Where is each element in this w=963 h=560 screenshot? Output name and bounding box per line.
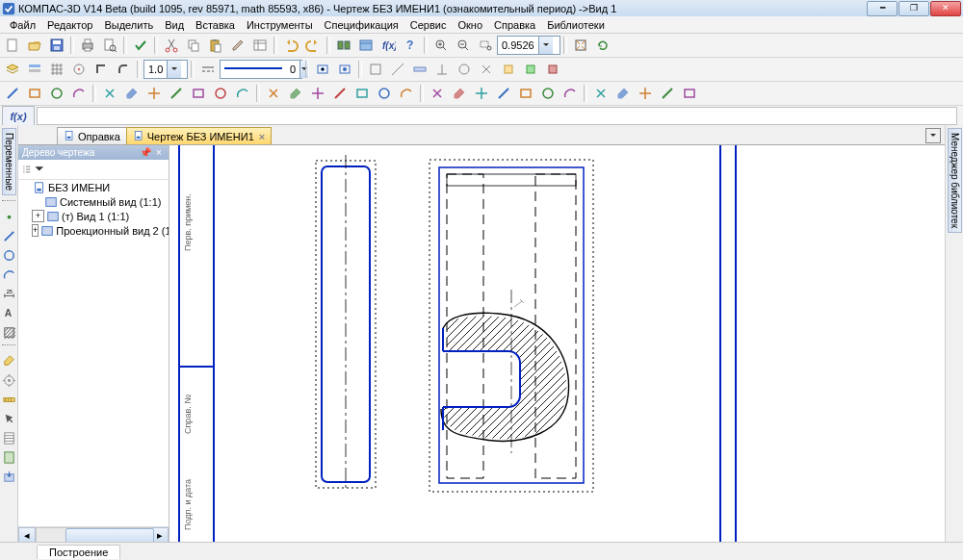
fit-button[interactable] <box>570 35 591 56</box>
menu-view[interactable]: Вид <box>159 18 190 32</box>
geom-tool-31[interactable] <box>635 83 656 104</box>
minimize-button[interactable]: ━ <box>867 1 898 16</box>
geom-tool-30[interactable] <box>612 83 634 104</box>
tb-3[interactable] <box>409 59 430 80</box>
geom-tool-5[interactable] <box>99 83 120 104</box>
refresh-button[interactable] <box>592 35 613 56</box>
menu-libs[interactable]: Библиотеки <box>541 18 611 32</box>
svg-rect-50 <box>357 89 367 97</box>
zoom-out-button[interactable] <box>453 35 474 56</box>
tb-5[interactable] <box>454 59 475 80</box>
chevron-down-icon[interactable] <box>538 37 553 54</box>
menu-service[interactable]: Сервис <box>404 18 453 32</box>
fitsel-button[interactable] <box>334 59 355 80</box>
menu-window[interactable]: Окно <box>452 18 488 32</box>
undo-button[interactable] <box>280 35 301 56</box>
geom-tool-6[interactable] <box>121 83 143 104</box>
geom-tool-3[interactable] <box>68 83 90 104</box>
zoom-window-button[interactable] <box>475 35 496 56</box>
check-button[interactable] <box>130 35 151 56</box>
cut-button[interactable] <box>161 35 182 56</box>
menu-spec[interactable]: Спецификация <box>319 18 404 32</box>
geom-tool-17[interactable] <box>351 83 373 104</box>
svg-rect-8 <box>105 39 113 50</box>
tb-6[interactable] <box>476 59 497 80</box>
tb-2[interactable] <box>387 59 408 80</box>
fx-button[interactable]: f(x) <box>377 35 399 56</box>
geom-tool-10[interactable] <box>210 83 231 104</box>
geom-tool-2[interactable] <box>46 83 67 104</box>
close-button[interactable]: ✕ <box>930 1 961 16</box>
geom-tool-33[interactable] <box>679 83 700 104</box>
tb-8[interactable] <box>520 59 541 80</box>
geom-tool-24[interactable] <box>493 83 514 104</box>
states-button[interactable] <box>24 59 45 80</box>
svg-point-39 <box>459 64 469 74</box>
linetype-button[interactable] <box>197 59 219 80</box>
brush-button[interactable] <box>227 35 248 56</box>
geom-tool-27[interactable] <box>560 83 581 104</box>
geom-tool-15[interactable] <box>307 83 328 104</box>
geom-tool-1[interactable] <box>24 83 45 104</box>
geom-tool-11[interactable] <box>232 83 253 104</box>
geom-tool-9[interactable] <box>188 83 209 104</box>
svg-rect-36 <box>371 64 380 74</box>
tb-4[interactable] <box>431 59 453 80</box>
open-button[interactable] <box>24 35 45 56</box>
help-button[interactable]: ? <box>400 35 421 56</box>
tb-9[interactable] <box>542 59 563 80</box>
fitall-button[interactable] <box>312 59 333 80</box>
chevron-down-icon[interactable] <box>167 61 181 78</box>
manager-button[interactable] <box>333 35 354 56</box>
snap-button[interactable] <box>68 59 90 80</box>
layer-button[interactable] <box>2 59 23 80</box>
geom-tool-22[interactable] <box>449 83 470 104</box>
geom-tool-18[interactable] <box>374 83 395 104</box>
geom-tool-19[interactable] <box>396 83 417 104</box>
menu-insert[interactable]: Вставка <box>190 18 241 32</box>
menu-help[interactable]: Справка <box>488 18 541 32</box>
svg-line-55 <box>663 89 672 98</box>
new-button[interactable] <box>2 35 23 56</box>
redo-button[interactable] <box>302 35 324 56</box>
props-button[interactable] <box>249 35 271 56</box>
svg-point-48 <box>216 89 225 98</box>
geom-tool-8[interactable] <box>166 83 187 104</box>
paste-button[interactable] <box>205 35 226 56</box>
geom-tool-13[interactable] <box>263 83 284 104</box>
print-button[interactable] <box>77 35 98 56</box>
copy-button[interactable] <box>183 35 204 56</box>
tb-1[interactable] <box>365 59 386 80</box>
geom-tool-25[interactable] <box>515 83 536 104</box>
geom-tool-0[interactable] <box>2 83 23 104</box>
preview-button[interactable] <box>99 35 120 56</box>
geom-tool-32[interactable] <box>657 83 678 104</box>
svg-rect-18 <box>338 41 343 49</box>
geom-tool-23[interactable] <box>471 83 492 104</box>
round-button[interactable] <box>113 59 134 80</box>
geom-tool-29[interactable] <box>590 83 612 104</box>
menu-file[interactable]: Файл <box>4 18 41 32</box>
fx-icon[interactable]: f(x) <box>2 106 35 126</box>
libmgr-button[interactable] <box>355 35 377 56</box>
menu-select[interactable]: Выделить <box>98 18 159 32</box>
menu-tools[interactable]: Инструменты <box>241 18 319 32</box>
save-button[interactable] <box>46 35 67 56</box>
geom-tool-16[interactable] <box>329 83 351 104</box>
scale-combo[interactable]: 1.0 <box>143 60 188 79</box>
menu-editor[interactable]: Редактор <box>41 18 98 32</box>
grid-button[interactable] <box>46 59 67 80</box>
ortho-button[interactable] <box>91 59 112 80</box>
geom-tool-7[interactable] <box>143 83 165 104</box>
geom-tool-14[interactable] <box>285 83 306 104</box>
svg-line-37 <box>392 64 403 75</box>
zoom-in-button[interactable] <box>430 35 452 56</box>
tb-7[interactable] <box>498 59 519 80</box>
svg-rect-47 <box>194 89 203 97</box>
geom-tool-26[interactable] <box>537 83 559 104</box>
geom-tool-21[interactable] <box>427 83 448 104</box>
formula-input[interactable] <box>37 107 957 125</box>
style-combo[interactable]: 0 <box>220 60 302 79</box>
maximize-button[interactable]: ❐ <box>898 1 929 16</box>
zoom-combo[interactable]: 0.9526 <box>497 36 560 55</box>
